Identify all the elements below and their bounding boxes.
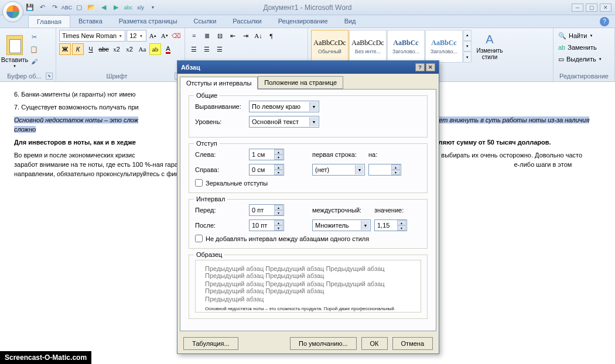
tab-view[interactable]: Вид <box>336 15 364 28</box>
tab-review[interactable]: Рецензирование <box>270 15 336 28</box>
clipboard-launcher[interactable]: ⬊ <box>46 73 53 80</box>
redo-icon[interactable]: ↷ <box>49 2 60 13</box>
cut-icon[interactable]: ✂ <box>28 31 40 43</box>
font-name-combo[interactable]: Times New Roman▼ <box>59 30 125 42</box>
tab-indents[interactable]: Отступы и интервалы <box>180 77 258 90</box>
cancel-button[interactable]: Отмена <box>392 337 433 350</box>
subscript-button[interactable]: x2 <box>111 43 122 55</box>
paste-label: Вставить <box>1 56 29 63</box>
find-button[interactable]: 🔍Найти▼ <box>556 30 611 42</box>
style-scroll-up[interactable]: ▴ <box>463 30 472 41</box>
align-center-button[interactable]: ☰ <box>201 43 213 55</box>
style-heading1[interactable]: AaBbCcЗаголово... <box>387 30 425 63</box>
indent-right-spinner[interactable]: 0 см▴▾ <box>249 164 284 176</box>
save-icon[interactable]: 💾 <box>25 2 35 13</box>
before-spinner[interactable]: 0 пт▴▾ <box>249 204 284 216</box>
help-icon[interactable]: ? <box>600 17 609 26</box>
open-icon[interactable]: 📂 <box>86 2 97 13</box>
play-icon[interactable]: ▶ <box>111 2 121 13</box>
tab-layout[interactable]: Разметка страницы <box>111 15 186 28</box>
default-button[interactable]: По умолчанию... <box>290 337 357 350</box>
firstline-select[interactable]: (нет)▼ <box>312 164 365 176</box>
tab-insert[interactable]: Вставка <box>70 15 111 28</box>
alignment-label: Выравнивание: <box>195 103 245 110</box>
font-size-combo[interactable]: 12▼ <box>127 30 146 42</box>
minimize-button[interactable]: ─ <box>572 4 583 12</box>
tab-mailings[interactable]: Рассылки <box>224 15 269 28</box>
change-case-button[interactable]: Aa <box>136 43 148 55</box>
grow-font-icon[interactable]: A▴ <box>148 30 158 42</box>
italic-button[interactable]: К <box>72 43 84 55</box>
back-icon[interactable]: ◀ <box>98 2 109 13</box>
shrink-font-icon[interactable]: A▾ <box>159 30 170 42</box>
bold-button[interactable]: Ж <box>59 43 71 55</box>
select-button[interactable]: ▭Выделить▼ <box>556 53 611 65</box>
group-font: Times New Roman▼ 12▼ A▴ A▾ ⌫ Ж К Ч abc x… <box>56 28 185 81</box>
strike-button[interactable]: abc <box>98 43 110 55</box>
mirror-indents-checkbox[interactable]: Зеркальные отступы <box>195 179 421 187</box>
dialog-tabs: Отступы и интервалы Положение на страниц… <box>177 74 439 89</box>
qat-dropdown-icon[interactable]: ▼ <box>148 2 158 13</box>
undo-icon[interactable]: ↶ <box>37 2 47 13</box>
dialog-body: Общие Выравнивание: По левому краю▼ Уров… <box>180 89 436 331</box>
clear-format-icon[interactable]: ⌫ <box>171 30 182 42</box>
legend-general: Общие <box>194 92 220 99</box>
maximize-button[interactable]: ▢ <box>586 4 597 12</box>
after-label: После: <box>195 222 245 229</box>
superscript-button[interactable]: x2 <box>124 43 135 55</box>
select-icon: ▭ <box>558 56 564 63</box>
after-spinner[interactable]: 10 пт▴▾ <box>249 219 284 231</box>
dialog-close-button[interactable]: ✕ <box>426 63 435 71</box>
replace-button[interactable]: abЗаменить <box>556 42 611 53</box>
bullets-button[interactable]: ≡ <box>188 30 200 42</box>
legend-indent: Отступ <box>194 140 220 147</box>
ok-button[interactable]: ОК <box>361 337 388 350</box>
tab-pagination[interactable]: Положение на странице <box>258 76 343 89</box>
increase-indent-button[interactable]: ⇥ <box>240 30 251 42</box>
underline-button[interactable]: Ч <box>85 43 97 55</box>
highlight-button[interactable]: ab <box>149 43 161 55</box>
tab-home[interactable]: Главная <box>28 15 70 28</box>
format-painter-icon[interactable]: 🖌 <box>28 56 40 67</box>
tabs-button[interactable]: Табуляция... <box>183 337 238 350</box>
font-color-button[interactable]: A <box>162 43 174 55</box>
style-nospacing[interactable]: AaBbCcDcБез инте... <box>349 30 387 63</box>
titlebar: 💾 ↶ ↷ ABC ▢ 📂 ◀ ▶ abc x/y ▼ Документ1 - … <box>0 0 615 15</box>
outline-select[interactable]: Основной текст▼ <box>249 116 319 128</box>
copy-icon[interactable]: 📋 <box>28 43 40 55</box>
dialog-help-button[interactable]: ? <box>415 63 425 71</box>
style-scroll-down[interactable]: ▾ <box>463 41 472 52</box>
before-label: Перед: <box>195 207 245 214</box>
alignment-select[interactable]: По левому краю▼ <box>249 101 319 112</box>
new-icon[interactable]: ▢ <box>74 2 84 13</box>
nospace-checkbox[interactable]: Не добавлять интервал между абзацами одн… <box>195 235 421 242</box>
align-right-button[interactable]: ☰ <box>214 43 226 55</box>
tab-references[interactable]: Ссылки <box>186 15 225 28</box>
close-button[interactable]: ✕ <box>600 4 611 12</box>
style-gallery: AaBbCcDcОбычный AaBbCcDcБез инте... AaBb… <box>311 30 472 63</box>
show-marks-button[interactable]: ¶ <box>265 30 277 42</box>
group-editing: 🔍Найти▼ abЗаменить ▭Выделить▼ Редактиров… <box>554 28 615 81</box>
multilevel-button[interactable]: ⊟ <box>214 30 226 42</box>
legend-preview: Образец <box>194 251 224 258</box>
paste-button[interactable]: Вставить ▼ <box>3 30 26 68</box>
change-styles-button[interactable]: A Изменить стили <box>474 30 505 63</box>
replace-icon[interactable]: abc <box>123 2 134 13</box>
style-expand[interactable]: ▾ <box>463 51 472 63</box>
decrease-indent-button[interactable]: ⇤ <box>227 30 238 42</box>
sort-button[interactable]: A↓ <box>252 30 264 42</box>
linespacing-select[interactable]: Множитель▼ <box>312 219 371 231</box>
editing-label: Редактирование <box>559 73 609 80</box>
align-left-button[interactable]: ☰ <box>188 43 200 55</box>
style-normal[interactable]: AaBbCcDcОбычный <box>311 30 348 63</box>
dialog-titlebar[interactable]: Абзац ?✕ <box>177 61 439 74</box>
equation-icon[interactable]: x/y <box>135 2 146 13</box>
numbering-button[interactable]: ≣ <box>201 30 213 42</box>
office-button[interactable] <box>2 1 23 22</box>
firstline-by-spinner[interactable]: ▴▾ <box>368 164 401 176</box>
fieldset-indent: Отступ Слева: 1 см▴▾ первая строка: на: … <box>189 143 428 193</box>
style-heading2[interactable]: AaBbCcЗаголово... <box>425 30 463 63</box>
spellcheck-icon[interactable]: ABC <box>62 2 72 13</box>
at-spinner[interactable]: 1,15▴▾ <box>374 219 407 231</box>
indent-left-spinner[interactable]: 1 см▴▾ <box>249 149 284 160</box>
